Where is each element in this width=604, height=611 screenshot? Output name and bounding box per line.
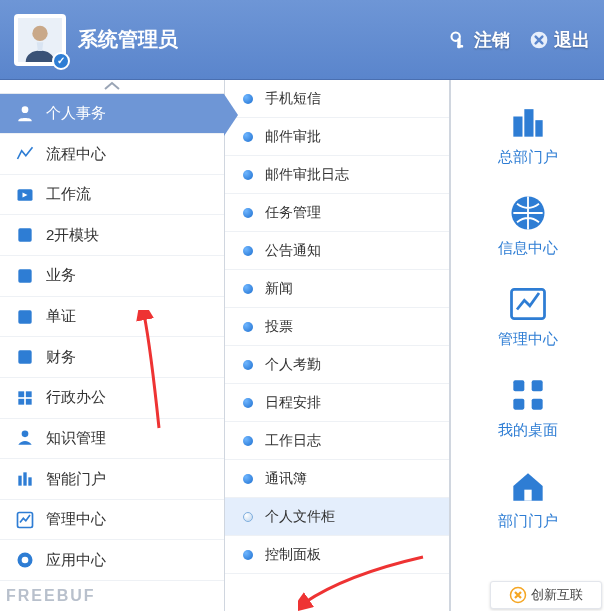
- arrow-right-icon: [14, 184, 36, 206]
- bullet-icon: [243, 284, 253, 294]
- sidebar-item-business[interactable]: 业务: [0, 256, 224, 297]
- svg-rect-24: [524, 109, 533, 137]
- sidebar-item-finance[interactable]: 财务: [0, 337, 224, 378]
- svg-rect-13: [26, 391, 32, 397]
- submenu-item[interactable]: 新闻: [225, 270, 449, 308]
- svg-rect-23: [513, 117, 522, 137]
- sidebar-item-label: 管理中心: [46, 510, 106, 529]
- sidebar-item-label: 业务: [46, 266, 76, 285]
- apps-icon: [14, 549, 36, 571]
- flow-icon: [14, 143, 36, 165]
- house-icon: [506, 464, 550, 508]
- svg-rect-8: [18, 229, 31, 242]
- sidebar-item-portal[interactable]: 智能门户: [0, 459, 224, 500]
- submenu-item[interactable]: 工作日志: [225, 422, 449, 460]
- body: 个人事务 流程中心 工作流 2开模块 业务 单证 财务 行政办公: [0, 80, 604, 611]
- bullet-icon: [243, 322, 253, 332]
- sidebar-item-label: 财务: [46, 348, 76, 367]
- portal-panel: 总部门户 信息中心 管理中心 我的桌面 部门门户: [450, 80, 604, 611]
- page-title: 系统管理员: [78, 26, 178, 53]
- office-icon: [14, 387, 36, 409]
- sidebar-item-label: 流程中心: [46, 145, 106, 164]
- svg-point-22: [22, 557, 29, 564]
- svg-rect-25: [535, 120, 542, 137]
- portal-department[interactable]: 部门门户: [451, 450, 604, 541]
- svg-rect-30: [513, 399, 524, 410]
- portal-manage[interactable]: 管理中心: [451, 268, 604, 359]
- top-bar: 系统管理员 注销 退出: [0, 0, 604, 80]
- finance-icon: [14, 346, 36, 368]
- svg-rect-29: [531, 380, 542, 391]
- bullet-icon: [243, 208, 253, 218]
- sidebar-item-label: 知识管理: [46, 429, 106, 448]
- submenu-item[interactable]: 任务管理: [225, 194, 449, 232]
- buildings-icon: [506, 100, 550, 144]
- svg-point-6: [22, 107, 29, 114]
- svg-point-16: [22, 431, 29, 438]
- svg-rect-4: [457, 45, 463, 48]
- svg-rect-9: [18, 269, 31, 282]
- svg-rect-32: [524, 490, 531, 501]
- avatar[interactable]: [14, 14, 66, 66]
- sidebar-item-2k[interactable]: 2开模块: [0, 215, 224, 256]
- logout-button[interactable]: 注销: [448, 28, 510, 52]
- module-icon: [14, 224, 36, 246]
- bullet-icon: [243, 94, 253, 104]
- svg-rect-11: [18, 350, 31, 363]
- sidebar: 个人事务 流程中心 工作流 2开模块 业务 单证 财务 行政办公: [0, 80, 225, 611]
- bullet-icon: [243, 170, 253, 180]
- user-icon: [14, 102, 36, 124]
- bullet-icon: [243, 246, 253, 256]
- sidebar-item-process[interactable]: 流程中心: [0, 134, 224, 175]
- sidebar-item-label: 个人事务: [46, 104, 106, 123]
- chevron-up-icon: [103, 81, 121, 91]
- chart-icon: [14, 509, 36, 531]
- svg-rect-10: [18, 310, 31, 323]
- portal-desktop[interactable]: 我的桌面: [451, 359, 604, 450]
- sidebar-item-workflow[interactable]: 工作流: [0, 175, 224, 216]
- bullet-icon: [243, 474, 253, 484]
- submenu-item[interactable]: 邮件审批日志: [225, 156, 449, 194]
- svg-point-1: [32, 25, 47, 40]
- svg-rect-31: [531, 399, 542, 410]
- bullet-icon: [243, 360, 253, 370]
- bullet-icon: [243, 436, 253, 446]
- submenu-item[interactable]: 个人考勤: [225, 346, 449, 384]
- logo-icon: [509, 586, 527, 604]
- sidebar-item-label: 2开模块: [46, 226, 99, 245]
- svg-rect-14: [18, 399, 24, 405]
- sidebar-item-personal[interactable]: 个人事务: [0, 94, 224, 135]
- collapse-handle[interactable]: [0, 80, 224, 94]
- top-actions: 注销 退出: [448, 28, 590, 52]
- sidebar-item-doc[interactable]: 单证: [0, 297, 224, 338]
- sidebar-item-label: 单证: [46, 307, 76, 326]
- svg-rect-28: [513, 380, 524, 391]
- submenu-item[interactable]: 手机短信: [225, 80, 449, 118]
- sidebar-item-manage[interactable]: 管理中心: [0, 500, 224, 541]
- portal-headquarters[interactable]: 总部门户: [451, 86, 604, 177]
- submenu-item[interactable]: 邮件审批: [225, 118, 449, 156]
- bullet-icon: [243, 132, 253, 142]
- sidebar-item-admin[interactable]: 行政办公: [0, 378, 224, 419]
- submenu-item[interactable]: 通讯簿: [225, 460, 449, 498]
- portal-info[interactable]: 信息中心: [451, 177, 604, 268]
- svg-rect-19: [28, 477, 31, 485]
- sidebar-item-apps[interactable]: 应用中心: [0, 540, 224, 581]
- submenu-item-selected[interactable]: 个人文件柜: [225, 498, 449, 536]
- biz-icon: [14, 265, 36, 287]
- key-icon: [448, 29, 470, 51]
- exit-button[interactable]: 退出: [528, 28, 590, 52]
- submenu-item[interactable]: 投票: [225, 308, 449, 346]
- brand-footer: FREEBUF: [0, 581, 224, 611]
- doc-icon: [14, 306, 36, 328]
- submenu-item[interactable]: 控制面板: [225, 536, 449, 574]
- submenu: 手机短信 邮件审批 邮件审批日志 任务管理 公告通知 新闻 投票 个人考勤 日程…: [225, 80, 450, 611]
- portal-icon: [14, 468, 36, 490]
- sidebar-item-label: 智能门户: [46, 470, 106, 489]
- sidebar-item-label: 工作流: [46, 185, 91, 204]
- submenu-item[interactable]: 日程安排: [225, 384, 449, 422]
- globe-icon: [506, 191, 550, 235]
- svg-rect-18: [23, 472, 26, 485]
- sidebar-item-knowledge[interactable]: 知识管理: [0, 419, 224, 460]
- submenu-item[interactable]: 公告通知: [225, 232, 449, 270]
